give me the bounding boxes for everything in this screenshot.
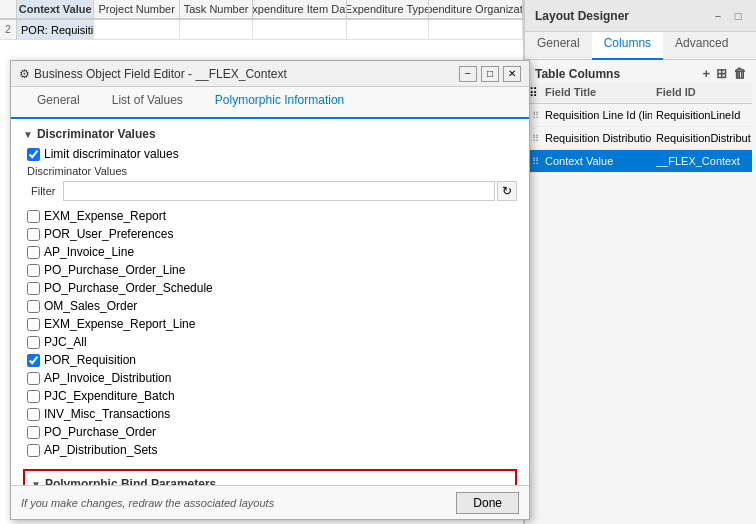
discriminator-item-label: PJC_All — [44, 335, 87, 349]
right-panel-controls: − □ — [710, 8, 746, 24]
discriminator-item: PJC_All — [27, 333, 517, 351]
right-panel-title: Layout Designer — [535, 9, 629, 23]
discriminator-item-label: PO_Purchase_Order_Line — [44, 263, 185, 277]
spreadsheet-row-1: 2 POR: Requisition — [0, 20, 523, 40]
col-header-i: Expenditure Type — [347, 0, 429, 19]
discriminator-header-label: Discriminator Values — [37, 127, 156, 141]
discriminator-checkbox[interactable] — [27, 300, 40, 313]
dialog-controls: − □ ✕ — [459, 66, 521, 82]
limit-discriminator-row: Limit discriminator values — [23, 147, 517, 161]
field-drag-handle: ⠿ — [529, 156, 541, 167]
discriminator-item: INV_Misc_Transactions — [27, 405, 517, 423]
filter-row: Filter ↻ — [23, 181, 517, 201]
discriminator-item-label: AP_Invoice_Distribution — [44, 371, 171, 385]
field-title: Context Value — [541, 153, 652, 169]
discriminator-item: PO_Purchase_Order_Line — [27, 261, 517, 279]
filter-input[interactable] — [63, 181, 495, 201]
discriminator-checkbox[interactable] — [27, 228, 40, 241]
discriminator-item-label: EXM_Expense_Report — [44, 209, 166, 223]
discriminator-item-label: AP_Invoice_Line — [44, 245, 134, 259]
right-panel: Layout Designer − □ General Columns Adva… — [524, 0, 756, 524]
cell-f-1 — [94, 20, 180, 39]
field-row[interactable]: ⠿Context Value__FLEX_Context — [529, 150, 752, 173]
delete-column-btn[interactable]: 🗑 — [733, 66, 746, 81]
discriminator-item-label: PO_Purchase_Order — [44, 425, 156, 439]
cell-j-1 — [429, 20, 523, 39]
discriminator-item: AP_Distribution_Sets — [27, 441, 517, 459]
discriminator-item: POR_User_Preferences — [27, 225, 517, 243]
filter-refresh-btn[interactable]: ↻ — [497, 181, 517, 201]
dialog-title: ⚙ Business Object Field Editor - __FLEX_… — [19, 67, 287, 81]
spreadsheet-header: Context Value Project Number Task Number… — [0, 0, 523, 20]
footer-note: If you make changes, redraw the associat… — [21, 497, 274, 509]
cell-i-1 — [347, 20, 429, 39]
field-row[interactable]: ⠿Requisition Distribution IdRequisitionD… — [529, 127, 752, 150]
tab-general[interactable]: General — [21, 87, 96, 119]
poly-section-label: Polymorphic Bind Parameters — [45, 477, 216, 485]
discriminator-values-label: Discriminator Values — [23, 165, 517, 177]
filter-static-label: Filter — [27, 185, 55, 197]
limit-discriminator-label: Limit discriminator values — [44, 147, 179, 161]
right-tab-columns[interactable]: Columns — [592, 32, 663, 60]
col-header-h: Expenditure Item Date — [253, 0, 347, 19]
discriminator-item-label: INV_Misc_Transactions — [44, 407, 170, 421]
col-header-g: Task Number — [180, 0, 253, 19]
right-tab-general[interactable]: General — [525, 32, 592, 60]
field-row[interactable]: ⠿Requisition Line Id (lines)RequisitionL… — [529, 104, 752, 127]
field-drag-handle: ⠿ — [529, 133, 541, 144]
discriminator-item: AP_Invoice_Line — [27, 243, 517, 261]
discriminator-checkbox[interactable] — [27, 372, 40, 385]
dialog-content: ▼ Discriminator Values Limit discriminat… — [11, 119, 529, 485]
field-id: __FLEX_Context — [652, 153, 752, 169]
fh-title: Field Title — [541, 86, 652, 100]
discriminator-checkbox[interactable] — [27, 264, 40, 277]
dialog-minimize-btn[interactable]: − — [459, 66, 477, 82]
discriminator-arrow: ▼ — [23, 129, 33, 140]
discriminator-checkbox[interactable] — [27, 246, 40, 259]
move-column-btn[interactable]: ⊞ — [716, 66, 727, 81]
dialog-close-btn[interactable]: ✕ — [503, 66, 521, 82]
poly-section-header: ▼ Polymorphic Bind Parameters — [31, 477, 509, 485]
discriminator-checkbox[interactable] — [27, 210, 40, 223]
discriminator-checkbox[interactable] — [27, 390, 40, 403]
field-id: RequisitionDistribut — [652, 130, 752, 146]
discriminator-checkbox[interactable] — [27, 444, 40, 457]
right-restore-btn[interactable]: □ — [730, 8, 746, 24]
right-tab-advanced[interactable]: Advanced — [663, 32, 740, 60]
add-column-btn[interactable]: + — [702, 66, 710, 81]
dialog-restore-btn[interactable]: □ — [481, 66, 499, 82]
discriminator-item: POR_Requisition — [27, 351, 517, 369]
dialog-title-text: Business Object Field Editor - __FLEX_Co… — [34, 67, 287, 81]
discriminator-checkbox[interactable] — [27, 426, 40, 439]
cell-h-1 — [253, 20, 347, 39]
field-title: Requisition Line Id (lines) — [541, 107, 652, 123]
right-minimize-btn[interactable]: − — [710, 8, 726, 24]
fh-drag-spacer: ⠿ — [529, 86, 541, 100]
tab-polymorphic-information[interactable]: Polymorphic Information — [199, 87, 360, 119]
limit-discriminator-checkbox[interactable] — [27, 148, 40, 161]
discriminator-item: PO_Purchase_Order — [27, 423, 517, 441]
table-columns-icons: + ⊞ 🗑 — [702, 66, 746, 81]
discriminator-item: PJC_Expenditure_Batch — [27, 387, 517, 405]
tab-list-of-values[interactable]: List of Values — [96, 87, 199, 119]
table-columns-label: Table Columns + ⊞ 🗑 — [525, 60, 756, 83]
discriminator-checkbox[interactable] — [27, 408, 40, 421]
fields-header: ⠿ Field Title Field ID — [529, 83, 752, 104]
discriminator-item-label: PO_Purchase_Order_Schedule — [44, 281, 213, 295]
discriminator-item: OM_Sales_Order — [27, 297, 517, 315]
field-title: Requisition Distribution Id — [541, 130, 652, 146]
dialog-icon: ⚙ — [19, 67, 30, 81]
discriminator-item-label: EXM_Expense_Report_Line — [44, 317, 195, 331]
fields-container: ⠿ Field Title Field ID ⠿Requisition Line… — [525, 83, 756, 173]
discriminator-checkbox[interactable] — [27, 282, 40, 295]
dialog-titlebar: ⚙ Business Object Field Editor - __FLEX_… — [11, 61, 529, 87]
discriminator-item-label: OM_Sales_Order — [44, 299, 137, 313]
discriminator-checkbox[interactable] — [27, 336, 40, 349]
done-button[interactable]: Done — [456, 492, 519, 514]
discriminator-checkbox[interactable] — [27, 354, 40, 367]
left-panel: Context Value Project Number Task Number… — [0, 0, 524, 524]
poly-bind-section: ▼ Polymorphic Bind Parameters Name Value… — [23, 469, 517, 485]
discriminator-checkbox[interactable] — [27, 318, 40, 331]
discriminator-item-label: PJC_Expenditure_Batch — [44, 389, 175, 403]
row-num-1: 2 — [0, 20, 17, 39]
